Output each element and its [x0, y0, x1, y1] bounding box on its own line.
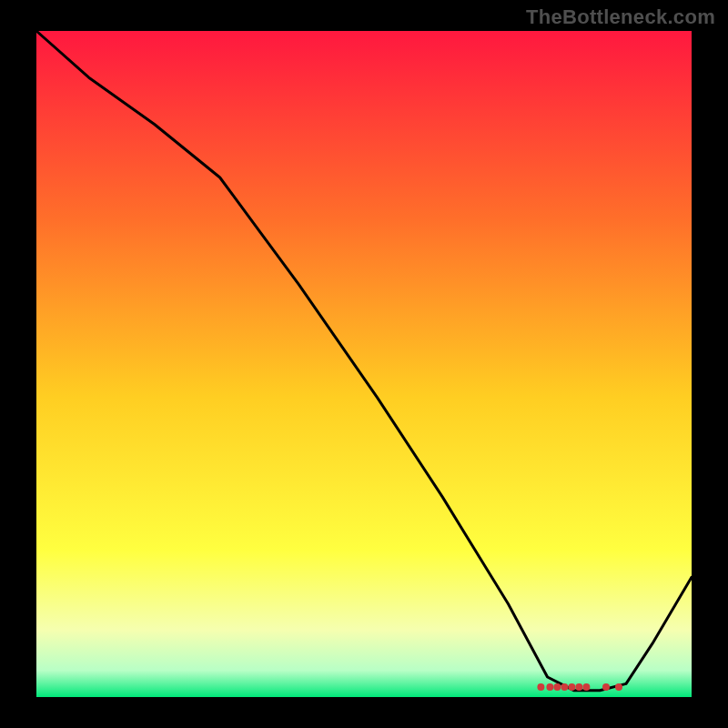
- svg-point-1: [546, 683, 553, 691]
- svg-point-2: [553, 683, 561, 691]
- svg-point-0: [537, 683, 544, 691]
- svg-point-8: [615, 683, 622, 691]
- chart-frame: TheBottleneck.com: [0, 0, 728, 728]
- plot-area: [36, 31, 692, 697]
- bottleneck-chart: [0, 0, 728, 728]
- svg-point-7: [602, 683, 610, 691]
- svg-point-6: [582, 683, 590, 691]
- svg-point-3: [561, 683, 568, 691]
- svg-point-4: [568, 683, 575, 691]
- svg-point-5: [575, 683, 582, 691]
